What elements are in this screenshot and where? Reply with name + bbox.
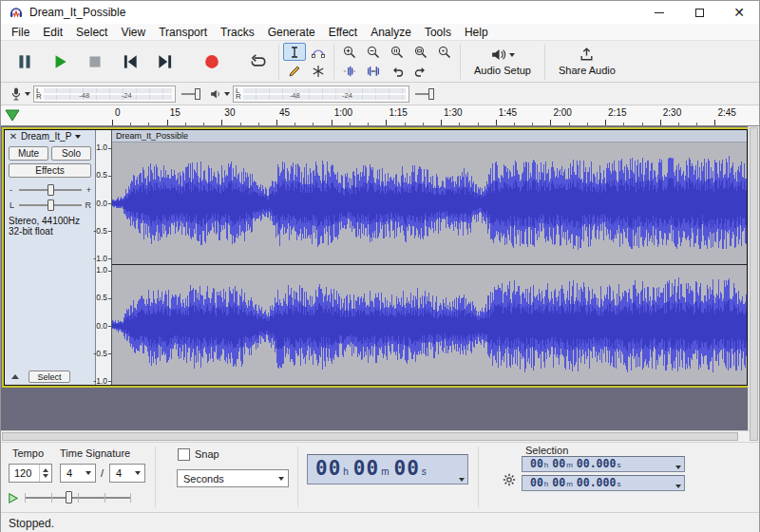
timeline-tick — [478, 123, 479, 125]
menu-tracks[interactable]: Tracks — [214, 24, 261, 41]
chevron-down-icon[interactable] — [459, 478, 465, 482]
timeline-label: 2:30 — [663, 107, 681, 118]
audio-position-display[interactable]: 00h00m00s — [307, 454, 468, 484]
selection-start-display[interactable]: 00h00m00.000s — [522, 456, 685, 472]
solo-button[interactable]: Solo — [51, 146, 91, 161]
menu-effect[interactable]: Effect — [322, 24, 364, 41]
undo-button[interactable] — [386, 62, 408, 80]
slider-thumb[interactable] — [428, 88, 434, 100]
selection-tool-button[interactable] — [283, 43, 306, 61]
time-signature-upper-select[interactable]: 4 — [60, 464, 96, 483]
pan-slider-thumb[interactable] — [48, 200, 54, 211]
transport-toolbar — [1, 47, 275, 77]
share-audio-button[interactable]: Share Audio — [549, 43, 625, 81]
spinner-arrows[interactable] — [39, 465, 51, 482]
gain-slider-thumb[interactable] — [48, 184, 54, 196]
menu-edit[interactable]: Edit — [36, 24, 69, 41]
timeline-ruler[interactable]: 01530451:001:151:301:452:002:152:302:45 — [1, 105, 759, 126]
zoom-out-button[interactable] — [362, 43, 385, 61]
playback-volume-slider[interactable] — [413, 86, 436, 103]
menu-view[interactable]: View — [114, 24, 152, 41]
menu-tools[interactable]: Tools — [418, 24, 458, 41]
horizontal-scrollbar-thumb[interactable] — [2, 432, 738, 441]
play-speed-thumb[interactable] — [66, 491, 72, 504]
menu-help[interactable]: Help — [458, 24, 495, 41]
menu-select[interactable]: Select — [69, 24, 114, 41]
scale-tick — [108, 203, 111, 204]
track-select-button[interactable]: Select — [28, 370, 70, 383]
gear-icon[interactable] — [503, 473, 516, 486]
timeline-tick — [678, 123, 679, 125]
close-button[interactable]: ✕ — [719, 1, 759, 24]
waveform-area[interactable]: Dream_It_Possible — [112, 130, 747, 385]
ibeam-icon — [288, 46, 301, 59]
timeline-tick — [587, 123, 588, 125]
zoom-in-button[interactable] — [338, 43, 361, 61]
trim-audio-icon — [343, 65, 356, 78]
audio-setup-button[interactable]: Audio Setup — [465, 43, 541, 81]
playback-meter[interactable]: L R -48 -24 — [233, 86, 409, 103]
envelope-tool-button[interactable] — [307, 43, 330, 61]
chevron-down-icon[interactable] — [675, 466, 681, 469]
unit-h: h — [544, 480, 548, 488]
selection-end-display[interactable]: 00h00m00.000s — [522, 475, 685, 491]
snap-checkbox[interactable] — [178, 448, 190, 461]
waveform-left-channel[interactable] — [112, 142, 747, 264]
track-format-line1: Stereo, 44100Hz — [9, 216, 80, 226]
trim-audio-button[interactable] — [338, 62, 361, 80]
effects-button[interactable]: Effects — [9, 163, 91, 178]
snap-mode-combobox[interactable]: Seconds — [177, 469, 289, 487]
zoom-fit-project-button[interactable] — [409, 43, 432, 61]
vertical-scrollbar[interactable] — [748, 126, 759, 451]
recording-meter-menu[interactable] — [10, 86, 30, 102]
time-signature-lower-select[interactable]: 4 — [109, 464, 145, 483]
pause-button[interactable] — [9, 47, 41, 77]
tempo-spinner[interactable]: 120 — [9, 464, 52, 483]
chevron-down-icon[interactable] — [675, 484, 681, 488]
clip-title-bar[interactable]: Dream_It_Possible — [112, 130, 747, 142]
silence-audio-button[interactable] — [362, 62, 385, 80]
redo-button[interactable] — [409, 62, 432, 80]
playhead-pin-icon[interactable] — [5, 109, 20, 123]
zoom-selection-button[interactable] — [386, 43, 408, 61]
waveform-right-channel[interactable] — [112, 265, 747, 385]
play-speed-slider[interactable] — [25, 490, 131, 505]
stop-icon — [86, 52, 104, 71]
recording-meter[interactable]: L R -48 -24 — [33, 86, 176, 103]
maximize-button[interactable] — [679, 1, 719, 24]
snap-label: Snap — [195, 448, 219, 460]
chevron-down-icon — [278, 477, 284, 481]
zoom-toggle-button[interactable] — [433, 43, 456, 61]
redo-icon — [414, 65, 428, 78]
collapse-track-button[interactable] — [8, 370, 23, 383]
mute-button[interactable]: Mute — [9, 146, 48, 161]
track-close-button[interactable]: ✕ — [8, 131, 19, 142]
record-button[interactable] — [196, 47, 228, 77]
draw-tool-button[interactable] — [283, 62, 306, 80]
playback-meter-menu[interactable] — [209, 86, 230, 102]
ts-upper-value: 4 — [66, 467, 72, 479]
sel-start-hours: 00 — [530, 457, 543, 470]
unit-s: s — [617, 480, 620, 488]
menu-transport[interactable]: Transport — [152, 24, 214, 41]
pan-slider[interactable]: L R — [10, 199, 91, 212]
track-title-menu[interactable]: Dream_It_P — [21, 131, 81, 142]
menu-file[interactable]: File — [5, 24, 36, 41]
multi-tool-button[interactable] — [307, 62, 330, 80]
minimize-button[interactable] — [639, 1, 679, 24]
toolbar-separator — [333, 44, 334, 80]
skip-to-start-button[interactable] — [114, 47, 146, 77]
recording-volume-slider[interactable] — [180, 86, 202, 103]
stop-button[interactable] — [79, 47, 111, 77]
gain-slider[interactable]: - + — [10, 183, 91, 197]
skip-to-end-button[interactable] — [149, 47, 181, 77]
vertical-scrollbar-thumb[interactable] — [750, 127, 758, 441]
menu-analyze[interactable]: Analyze — [364, 24, 418, 41]
loop-button[interactable] — [242, 47, 275, 77]
slider-thumb[interactable] — [195, 88, 200, 100]
vertical-scale-ruler[interactable]: 1.00.50.0-0.5-1.0 1.00.50.0-0.5-1.0 — [96, 130, 112, 385]
menu-generate[interactable]: Generate — [261, 24, 322, 41]
play-speed-control[interactable] — [7, 488, 131, 507]
play-button[interactable] — [44, 47, 76, 77]
horizontal-scrollbar[interactable] — [1, 430, 750, 442]
